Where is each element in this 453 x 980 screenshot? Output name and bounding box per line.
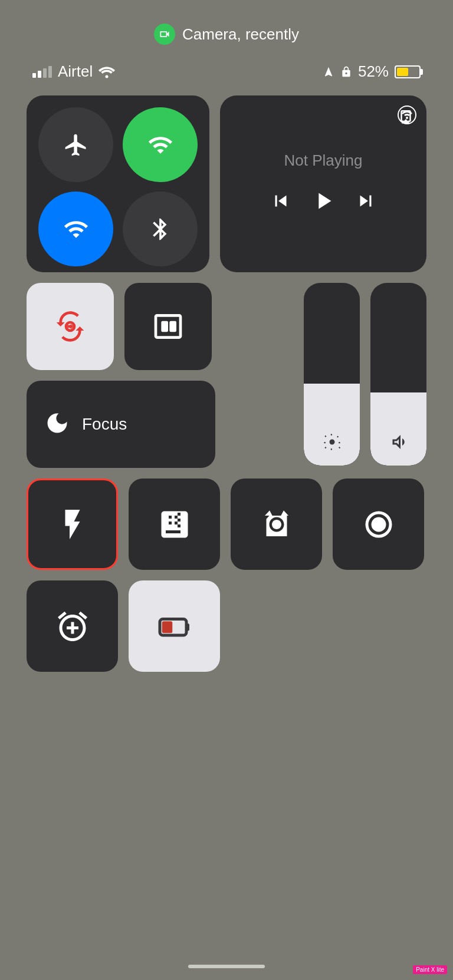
brightness-icon [321,431,343,455]
watermark: Paint X lite [413,965,447,974]
not-playing-label: Not Playing [284,151,363,170]
svg-point-2 [406,117,408,119]
flashlight-button[interactable] [27,479,118,570]
row-connectivity-media: Not Playing [27,95,426,272]
cellular-button[interactable] [123,107,198,182]
carrier-name: Airtel [58,62,93,81]
control-center: Not Playing [0,95,453,672]
svg-point-0 [106,75,109,78]
status-bar: Airtel 52% [0,45,453,95]
svg-rect-5 [169,321,176,332]
screen-mirror-button[interactable] [124,283,212,370]
bluetooth-button[interactable] [123,192,198,266]
now-playing-panel: Not Playing [220,95,426,272]
location-icon [323,66,334,78]
media-controls [270,187,377,217]
svg-point-7 [371,517,386,532]
alarm-button[interactable] [27,580,118,672]
camera-indicator: Camera, recently [0,0,453,45]
svg-rect-4 [161,321,168,332]
volume-slider[interactable] [370,283,426,466]
wifi-icon [99,65,115,78]
brightness-slider[interactable] [304,283,360,466]
airplane-mode-button[interactable] [38,107,113,182]
controls-left: Focus [27,283,215,468]
next-button[interactable] [354,190,377,215]
battery-percentage: 52% [358,62,389,81]
camera-label: Camera, recently [182,25,299,44]
camera-dot [154,24,175,45]
moon-icon [44,410,70,438]
volume-icon [388,431,409,455]
previous-button[interactable] [270,190,292,215]
home-indicator [188,965,265,968]
battery-fill [397,68,408,76]
rotate-lock-button[interactable] [27,283,114,370]
camera-button[interactable] [231,479,322,570]
play-button[interactable] [310,187,337,217]
screen-record-button[interactable] [333,479,424,570]
row-widgets [27,580,426,672]
wifi-button[interactable] [38,192,113,266]
calculator-button[interactable] [129,479,220,570]
signal-bars-icon [32,66,52,78]
focus-button[interactable]: Focus [27,381,215,468]
slider-group [304,283,426,468]
status-right: 52% [323,62,421,81]
airplay-btn[interactable] [397,105,417,127]
row-2-top [27,283,215,370]
lock-icon [340,66,352,78]
status-left: Airtel [32,62,115,81]
connectivity-panel [27,95,209,272]
row-actions [27,479,426,570]
svg-rect-9 [186,623,189,631]
battery-icon [395,65,421,78]
row-controls-sliders: Focus [27,283,426,468]
battery-widget-button[interactable] [129,580,220,672]
svg-rect-10 [162,621,172,633]
focus-label: Focus [82,415,127,434]
